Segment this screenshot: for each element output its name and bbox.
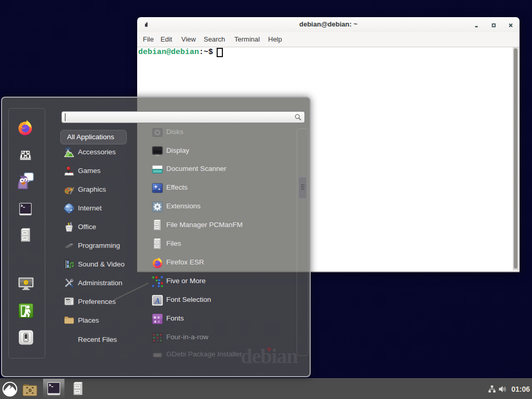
svg-text:a: a xyxy=(158,319,160,324)
svg-text:a: a xyxy=(154,319,156,324)
svg-text:A: A xyxy=(154,297,159,305)
